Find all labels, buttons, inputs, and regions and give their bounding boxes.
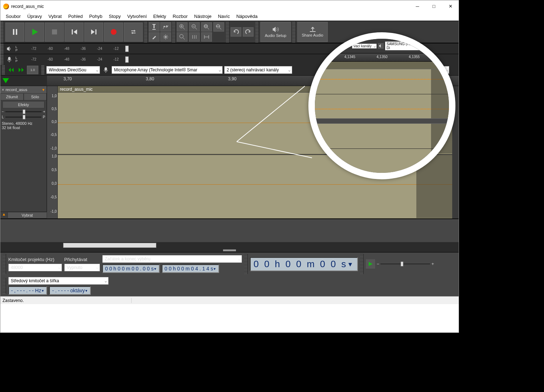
recording-device-select[interactable]: Microphone Array (Technologie Intel® Sma…	[112, 66, 223, 74]
h-scroll-thumb[interactable]	[63, 243, 156, 248]
share-audio-button[interactable]: Share Audio	[297, 22, 328, 42]
mag-timeline-ruler[interactable]: 4,1345 4,1350 4,1355	[315, 53, 449, 62]
envelope-tool[interactable]	[160, 22, 171, 32]
svg-marker-6	[91, 29, 95, 34]
record-button[interactable]	[104, 23, 123, 42]
track-menu-dropdown-icon[interactable]: ▼	[42, 88, 45, 92]
svg-point-31	[180, 34, 183, 38]
grip-handle[interactable]	[360, 254, 364, 274]
skip-end-button[interactable]	[84, 23, 103, 42]
maximize-button[interactable]: □	[426, 0, 442, 12]
h-scrollbar[interactable]	[0, 242, 459, 249]
menu-navic[interactable]: Navíc	[215, 13, 233, 20]
solo-button[interactable]: Sólo	[24, 93, 47, 100]
snap-select[interactable]: Vypnuto	[64, 264, 100, 271]
undo-button[interactable]	[231, 27, 241, 37]
trim-button[interactable]	[189, 32, 200, 42]
grip-handle[interactable]	[2, 65, 5, 75]
playback-speed-slider[interactable]: − +	[377, 260, 434, 268]
multi-tool[interactable]	[160, 32, 171, 42]
grip-handle[interactable]	[0, 43, 4, 54]
menu-vytvoreni[interactable]: Vytvoření	[124, 13, 150, 20]
time-shift-right-icon[interactable]	[17, 66, 25, 74]
menu-vybrat[interactable]: Vybrat	[45, 13, 65, 20]
track-collapse-icon[interactable]: ▲	[0, 212, 8, 218]
selection-start-time[interactable]: 0 0 h 0 0 m 0 0 . 0 0 s▾	[102, 264, 160, 273]
menu-pohyb[interactable]: Pohyb	[86, 13, 106, 20]
zoom-in-button[interactable]	[177, 22, 188, 32]
stop-button[interactable]	[45, 23, 64, 42]
playback-meter-scale[interactable]: LP -72 -60 -48 -36 -24 -12	[15, 44, 132, 54]
zoom-toggle-button[interactable]	[177, 32, 188, 42]
menu-pohled[interactable]: Pohled	[65, 13, 86, 20]
zoom-out-button[interactable]	[189, 22, 200, 32]
play-at-speed-button[interactable]	[366, 259, 375, 269]
menu-upravy[interactable]: Úpravy	[24, 13, 45, 20]
frequency-mode-select[interactable]: Středový kmitočet a šířka	[8, 277, 109, 285]
recording-channels-select[interactable]: 2 (stereo) nahrávací kanály	[224, 66, 292, 74]
pan-slider[interactable]: L P	[0, 114, 47, 120]
audio-position-time[interactable]: 0 0 h 0 0 m 0 0 s▾	[250, 257, 358, 271]
speaker-icon[interactable]	[4, 46, 15, 51]
pause-button[interactable]	[5, 23, 24, 42]
playback-speed-display[interactable]: 1.0	[27, 66, 38, 74]
selection-mode-select[interactable]: Začátek a konec výběru	[102, 255, 242, 263]
grip-handle[interactable]	[0, 21, 4, 43]
playhead-marker-icon[interactable]	[3, 78, 9, 83]
frequency-width[interactable]: - . - - - - oktávy▾	[49, 286, 90, 295]
close-window-button[interactable]: ✕	[442, 0, 459, 12]
silence-button[interactable]	[201, 32, 212, 42]
titlebar: record_asus_mic ─ □ ✕	[0, 0, 459, 12]
audio-setup-button[interactable]: Audio Setup	[260, 22, 291, 42]
skip-start-button[interactable]	[65, 23, 84, 42]
selection-end-time[interactable]: 0 0 h 0 0 m 0 4 . 1 4 s▾	[162, 264, 219, 273]
record-meter-slider[interactable]	[125, 56, 129, 63]
play-button[interactable]	[25, 23, 44, 42]
playback-meter-slider[interactable]	[125, 46, 129, 52]
drag-handle-icon[interactable]	[223, 250, 236, 251]
fit-project-button[interactable]	[213, 22, 224, 32]
selection-toolbar: Kmitočet projektu (Hz) 48000 Přichytávat…	[0, 252, 459, 275]
resize-handle[interactable]	[0, 249, 459, 252]
grip-handle[interactable]	[0, 54, 4, 65]
track-close-button[interactable]: ×	[2, 88, 4, 92]
empty-track-area[interactable]	[0, 219, 459, 242]
svg-marker-2	[32, 29, 38, 35]
grip-handle[interactable]	[3, 254, 6, 274]
redo-button[interactable]	[243, 27, 254, 37]
project-rate-select[interactable]: 48000	[8, 264, 62, 271]
menu-efekty[interactable]: Efekty	[150, 13, 169, 20]
track-select-button[interactable]: Vybrat	[8, 212, 47, 218]
grip-handle[interactable]	[144, 21, 148, 43]
grip-handle[interactable]	[244, 254, 248, 274]
menu-stopy[interactable]: Stopy	[106, 13, 124, 20]
menu-nastroje[interactable]: Nástroje	[191, 13, 214, 20]
grip-handle[interactable]	[292, 21, 296, 43]
loop-button[interactable]	[124, 23, 143, 42]
menu-soubor[interactable]: Soubor	[3, 13, 24, 20]
menu-napoveda[interactable]: Nápověda	[233, 13, 261, 20]
track-name[interactable]: record_asus	[5, 88, 42, 92]
microphone-icon	[101, 67, 110, 73]
frequency-center[interactable]: - , - - - . - - Hz▾	[8, 286, 47, 295]
audio-host-select[interactable]: Windows DirectSou	[46, 66, 100, 74]
grip-handle[interactable]	[41, 65, 45, 75]
minimize-button[interactable]: ─	[409, 0, 426, 12]
mag-waveform[interactable]	[315, 69, 449, 173]
mute-button[interactable]: Ztlumit	[0, 93, 24, 100]
gain-slider[interactable]: − +	[0, 109, 47, 114]
time-shift-left-icon[interactable]	[7, 66, 15, 74]
grip-handle[interactable]	[255, 21, 259, 43]
record-meter-scale[interactable]: LP -72 -60 -48 -36 -24 -12	[15, 55, 132, 65]
microphone-icon[interactable]	[4, 57, 15, 62]
mag-channels-select[interactable]: vací kanály	[352, 44, 377, 48]
selection-tool[interactable]	[149, 22, 160, 32]
fit-selection-button[interactable]	[201, 22, 212, 32]
svg-marker-5	[74, 29, 77, 34]
draw-tool[interactable]	[149, 32, 160, 42]
grip-handle[interactable]	[226, 21, 230, 43]
menu-rozbor[interactable]: Rozbor	[169, 13, 191, 20]
grip-handle[interactable]	[172, 21, 176, 43]
effects-button[interactable]: Efekty	[3, 101, 44, 108]
grip-handle[interactable]	[3, 278, 6, 294]
